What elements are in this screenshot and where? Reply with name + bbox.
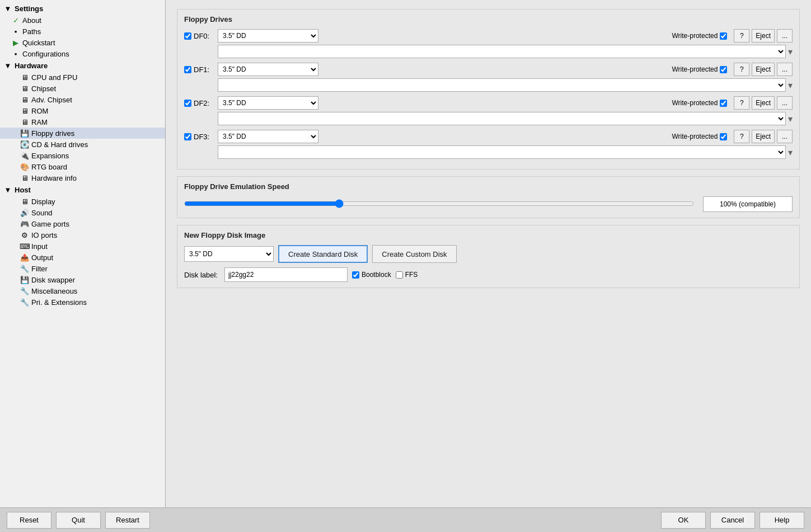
emulation-speed-section: Floppy Drive Emulation Speed 100% (compa… bbox=[177, 176, 800, 218]
df3-dots-btn[interactable]: ... bbox=[777, 130, 793, 143]
create-custom-disk-button[interactable]: Create Custom Disk bbox=[372, 245, 456, 263]
sidebar-item-label: Paths bbox=[22, 27, 41, 36]
df0-checkbox[interactable] bbox=[184, 32, 191, 40]
df1-label: DF1: bbox=[194, 65, 209, 74]
df1-checkbox-label[interactable]: DF1: bbox=[184, 65, 218, 74]
df2-eject-btn[interactable]: Eject bbox=[752, 96, 775, 110]
df0-question-btn[interactable]: ? bbox=[734, 29, 749, 43]
sidebar-item-input[interactable]: ⌨ Input bbox=[0, 241, 165, 252]
sidebar-item-label: Disk swapper bbox=[31, 276, 75, 284]
sidebar-item-paths[interactable]: ▪ Paths bbox=[0, 26, 165, 37]
sidebar-item-expansions[interactable]: 🔌 Expansions bbox=[0, 150, 165, 161]
quit-button[interactable]: Quit bbox=[56, 512, 101, 529]
sidebar-hardware-header[interactable]: ▼ Hardware bbox=[0, 59, 165, 72]
sidebar-item-output[interactable]: 📤 Output bbox=[0, 252, 165, 263]
df3-checkbox-label[interactable]: DF3: bbox=[184, 133, 218, 141]
df2-checkbox-label[interactable]: DF2: bbox=[184, 99, 218, 107]
speed-slider-container bbox=[184, 199, 694, 210]
df2-dots-btn[interactable]: ... bbox=[777, 96, 793, 110]
cpu-icon: 🖥 bbox=[20, 73, 29, 82]
df2-question-btn[interactable]: ? bbox=[734, 96, 749, 110]
ok-button[interactable]: OK bbox=[661, 512, 706, 529]
df1-checkbox[interactable] bbox=[184, 66, 191, 73]
df0-file-select[interactable] bbox=[218, 45, 786, 58]
df1-dropdown-arrow[interactable]: ▾ bbox=[788, 80, 793, 91]
df3-file-select[interactable] bbox=[218, 145, 786, 159]
df1-dots-btn[interactable]: ... bbox=[777, 63, 793, 76]
io-ports-icon: ⚙ bbox=[20, 230, 29, 239]
reset-button[interactable]: Reset bbox=[7, 512, 51, 529]
speed-slider[interactable] bbox=[184, 199, 694, 208]
df0-type-select[interactable]: 3.5" DD3.5" HD5.25" DD bbox=[218, 29, 318, 43]
cancel-button[interactable]: Cancel bbox=[710, 512, 755, 529]
config-icon: ▪ bbox=[11, 49, 20, 58]
sidebar-item-quickstart[interactable]: ▶ Quickstart bbox=[0, 37, 165, 48]
sidebar-item-configurations[interactable]: ▪ Configurations bbox=[0, 48, 165, 59]
df2-dropdown-arrow[interactable]: ▾ bbox=[788, 114, 793, 124]
paths-icon: ▪ bbox=[11, 27, 20, 36]
cd-icon: 💽 bbox=[20, 140, 29, 149]
df3-question-btn[interactable]: ? bbox=[734, 130, 749, 143]
sidebar-item-hardware-info[interactable]: 🖥 Hardware info bbox=[0, 172, 165, 183]
floppy-drives-title: Floppy Drives bbox=[184, 15, 793, 23]
df3-write-protected-area: Write-protected bbox=[672, 133, 728, 140]
sidebar-item-disk-swapper[interactable]: 💾 Disk swapper bbox=[0, 274, 165, 285]
df3-eject-btn[interactable]: Eject bbox=[752, 130, 775, 143]
df1-question-btn[interactable]: ? bbox=[734, 63, 749, 76]
sidebar-item-game-ports[interactable]: 🎮 Game ports bbox=[0, 218, 165, 229]
df2-type-select[interactable]: 3.5" DD3.5" HD5.25" DD bbox=[218, 96, 318, 110]
app-window: ▼ Settings ✓ About ▪ Paths ▶ Quickstart … bbox=[0, 0, 811, 532]
sidebar-item-rtg-board[interactable]: 🎨 RTG board bbox=[0, 161, 165, 172]
sidebar-item-miscellaneous[interactable]: 🔧 Miscellaneous bbox=[0, 285, 165, 296]
sidebar-item-label: Hardware info bbox=[31, 174, 77, 182]
input-icon: ⌨ bbox=[20, 242, 29, 251]
sidebar-item-io-ports[interactable]: ⚙ IO ports bbox=[0, 229, 165, 241]
new-disk-type-select[interactable]: 3.5" DD3.5" HD5.25" DD bbox=[184, 246, 274, 262]
bootblock-checkbox-label[interactable]: Bootblock bbox=[352, 271, 391, 279]
df2-checkbox[interactable] bbox=[184, 100, 191, 107]
sidebar-item-adv-chipset[interactable]: 🖥 Adv. Chipset bbox=[0, 94, 165, 105]
df0-file-row: ▾ bbox=[184, 45, 793, 58]
disk-label-input[interactable] bbox=[224, 267, 348, 282]
sidebar-settings-label: Settings bbox=[15, 4, 43, 13]
sidebar-item-filter[interactable]: 🔧 Filter bbox=[0, 263, 165, 274]
ffs-checkbox-label[interactable]: FFS bbox=[396, 271, 418, 279]
df1-type-select[interactable]: 3.5" DD3.5" HD5.25" DD bbox=[218, 63, 318, 76]
sidebar-item-cpu[interactable]: 🖥 CPU and FPU bbox=[0, 72, 165, 83]
df3-dropdown-arrow[interactable]: ▾ bbox=[788, 147, 793, 158]
bootblock-checkbox[interactable] bbox=[352, 271, 359, 279]
sidebar-item-pri-extensions[interactable]: 🔧 Pri. & Extensions bbox=[0, 296, 165, 308]
df0-eject-btn[interactable]: Eject bbox=[752, 29, 775, 43]
restart-button[interactable]: Restart bbox=[105, 512, 150, 529]
sidebar-item-floppy-drives[interactable]: 💾 Floppy drives bbox=[0, 128, 165, 139]
help-button[interactable]: Help bbox=[760, 512, 804, 529]
df3-type-select[interactable]: 3.5" DD3.5" HD5.25" DD bbox=[218, 130, 318, 143]
sidebar-item-about[interactable]: ✓ About bbox=[0, 15, 165, 26]
game-ports-icon: 🎮 bbox=[20, 219, 29, 228]
sidebar-item-cd-hard[interactable]: 💽 CD & Hard drives bbox=[0, 139, 165, 150]
df1-write-protected-checkbox[interactable] bbox=[720, 66, 727, 73]
df1-file-select[interactable] bbox=[218, 78, 786, 92]
df0-write-protected-checkbox[interactable] bbox=[720, 32, 727, 40]
df1-eject-btn[interactable]: Eject bbox=[752, 63, 775, 76]
sidebar-item-ram[interactable]: 🖥 RAM bbox=[0, 116, 165, 128]
sidebar-item-rom[interactable]: 🖥 ROM bbox=[0, 105, 165, 116]
df3-label: DF3: bbox=[194, 133, 209, 141]
df2-write-protected-checkbox[interactable] bbox=[720, 100, 727, 107]
df3-write-protected-checkbox[interactable] bbox=[720, 133, 727, 140]
df0-checkbox-label[interactable]: DF0: bbox=[184, 32, 218, 40]
df0-dropdown-arrow[interactable]: ▾ bbox=[788, 46, 793, 57]
sidebar-item-chipset[interactable]: 🖥 Chipset bbox=[0, 83, 165, 94]
df3-checkbox[interactable] bbox=[184, 133, 191, 140]
df2-file-select[interactable] bbox=[218, 112, 786, 125]
hardware-arrow-icon: ▼ bbox=[3, 61, 12, 70]
create-standard-disk-button[interactable]: Create Standard Disk bbox=[278, 245, 368, 263]
sidebar-settings-header[interactable]: ▼ Settings bbox=[0, 2, 165, 15]
sidebar-item-label: Filter bbox=[31, 265, 48, 273]
ffs-checkbox[interactable] bbox=[396, 271, 403, 279]
sidebar-item-sound[interactable]: 🔊 Sound bbox=[0, 207, 165, 218]
df0-dots-btn[interactable]: ... bbox=[777, 29, 793, 43]
df2-write-protected-area: Write-protected bbox=[672, 99, 728, 107]
sidebar-item-display[interactable]: 🖥 Display bbox=[0, 196, 165, 207]
sidebar-host-header[interactable]: ▼ Host bbox=[0, 183, 165, 196]
